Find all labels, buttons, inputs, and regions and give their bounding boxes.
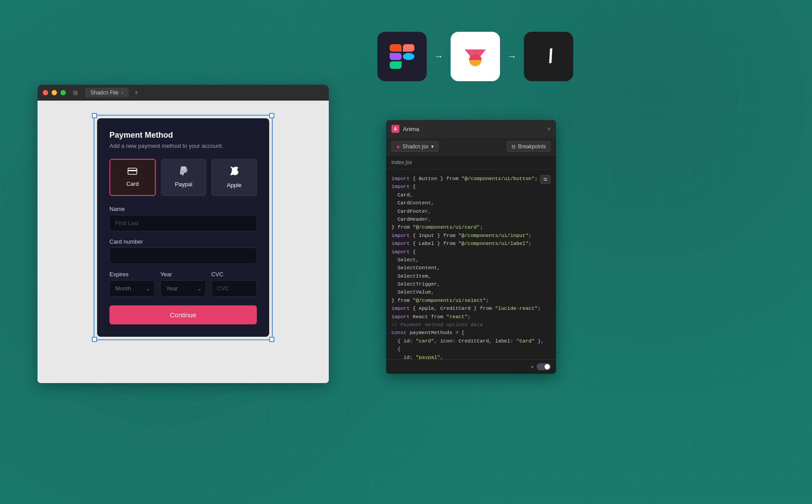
browser-close-dot[interactable] <box>43 90 48 95</box>
figma-dot-red <box>390 44 402 52</box>
code-container: import { Button } from "@/components/ui/… <box>391 175 551 359</box>
code-line: CardHeader, <box>391 215 551 223</box>
expires-col: Expires Month 010203 040506 070809 10111… <box>109 271 155 297</box>
folder-icon-box <box>451 32 500 81</box>
year-select[interactable]: Year 202420252026 202720282029 <box>160 280 206 297</box>
browser-content-area: Payment Method Add a new payment method … <box>38 101 329 383</box>
arrow-right-icon-1: → <box>434 51 444 62</box>
anima-code-area: ⧉ import { Button } from "@/components/u… <box>386 169 556 359</box>
card-label: Card <box>126 181 139 187</box>
code-line: { id: "card", icon: CreditCard, label: "… <box>391 337 551 345</box>
browser-tab-label: Shadcn File <box>90 90 118 96</box>
name-label: Name <box>109 206 257 212</box>
anima-source-icon: ◈ <box>396 144 400 150</box>
browser-maximize-dot[interactable] <box>60 90 66 95</box>
figma-dot-orange <box>403 44 415 52</box>
code-line: import { Input } from "@/components/ui/i… <box>391 232 551 240</box>
code-line: SelectTrigger, <box>391 280 551 288</box>
code-line: id: "paypal", <box>391 354 551 359</box>
figma-logo <box>390 44 414 69</box>
toggle-thumb <box>545 364 550 369</box>
year-select-wrapper: Year 202420252026 202720282029 <box>160 280 206 297</box>
code-line: SelectContent, <box>391 264 551 272</box>
toggle-button[interactable]: ✦ <box>530 363 551 370</box>
payment-card: Payment Method Add a new payment method … <box>97 118 269 337</box>
continue-button[interactable]: Continue <box>109 305 257 324</box>
code-line: import { <box>391 183 551 191</box>
toggle-track[interactable] <box>537 363 551 370</box>
figma-dot-purple <box>390 53 402 60</box>
code-line: CardFooter, <box>391 207 551 215</box>
code-line: import { Apple, CreditCard } from "lucid… <box>391 305 551 312</box>
anima-logo-slashes: // <box>533 41 564 72</box>
paypal-label: Paypal <box>175 181 192 188</box>
anima-titlebar: A Anima × <box>386 120 556 138</box>
card-number-label: Card number <box>109 238 257 245</box>
paypal-icon <box>179 166 188 177</box>
code-line: // Payment method options data <box>391 321 551 329</box>
card-number-input[interactable] <box>109 248 257 264</box>
selection-handle-bl[interactable] <box>92 337 97 342</box>
breakpoints-label: Breakpoints <box>518 143 546 150</box>
payment-method-paypal[interactable]: Paypal <box>161 159 207 196</box>
anima-toolbar: ◈ Shadcn jsx ▾ ⊟ Breakpoints <box>386 138 556 156</box>
copy-code-button[interactable]: ⧉ <box>540 175 551 184</box>
anima-source-label: Shadcn jsx <box>402 143 429 150</box>
code-line: SelectValue, <box>391 288 551 296</box>
anima-icon-box: // <box>524 32 573 81</box>
figma-dot-blue <box>403 53 415 60</box>
apple-label: Apple <box>227 182 241 188</box>
anima-close-button[interactable]: × <box>547 125 551 132</box>
year-label: Year <box>160 271 206 278</box>
expires-label: Expires <box>109 271 155 278</box>
arrow-right-icon-2: → <box>507 51 517 62</box>
browser-minimize-dot[interactable] <box>52 90 57 95</box>
card-number-form-group: Card number <box>109 238 257 264</box>
sparkle-icon: ✦ <box>530 365 534 369</box>
breakpoints-icon: ⊟ <box>511 144 515 150</box>
payment-method-card[interactable]: Card <box>109 159 156 196</box>
month-select-wrapper: Month 010203 040506 070809 101112 <box>109 280 155 297</box>
code-line: import { Button } from "@/components/ui/… <box>391 175 551 183</box>
code-line: import React from "react"; <box>391 313 551 321</box>
anima-panel: A Anima × ◈ Shadcn jsx ▾ ⊟ Breakpoints i… <box>386 120 556 374</box>
payment-subtitle: Add a new payment method to your account… <box>109 143 257 149</box>
anima-title-left: A Anima <box>391 125 419 133</box>
cvc-input[interactable] <box>211 280 257 297</box>
payment-methods-row: Card Paypal <box>109 159 257 196</box>
browser-tab-shadcn[interactable]: Shadcn File × <box>85 88 129 98</box>
browser-new-tab-button[interactable]: + <box>134 89 138 97</box>
anima-source-selector[interactable]: ◈ Shadcn jsx ▾ <box>391 141 439 152</box>
year-col: Year Year 202420252026 202720282029 <box>160 271 206 297</box>
month-select[interactable]: Month 010203 040506 070809 101112 <box>109 280 155 297</box>
browser-titlebar: ⊞ Shadcn File × + <box>38 85 329 101</box>
anima-source-arrow: ▾ <box>431 143 434 150</box>
payment-method-apple[interactable]: Apple <box>211 159 257 196</box>
name-input[interactable] <box>109 215 257 231</box>
cvc-col: CVC <box>211 271 257 297</box>
cvc-label: CVC <box>211 271 257 278</box>
card-icon <box>128 167 137 177</box>
code-line: Select, <box>391 256 551 264</box>
browser-tab-close-icon[interactable]: × <box>121 90 124 95</box>
code-line: import { Label } from "@/components/ui/l… <box>391 240 551 248</box>
anima-breakpoints-button[interactable]: ⊟ Breakpoints <box>507 141 551 152</box>
apple-icon <box>230 166 238 178</box>
svg-rect-9 <box>128 170 137 171</box>
selection-handle-br[interactable] <box>269 337 274 342</box>
selection-handle-tr[interactable] <box>269 113 274 118</box>
figma-icon-box <box>377 32 427 81</box>
code-line: import { <box>391 248 551 256</box>
payment-title: Payment Method <box>109 131 257 140</box>
svg-point-5 <box>596 287 812 504</box>
anima-footer: ✦ <box>386 359 556 374</box>
code-line: } from "@/components/ui/select"; <box>391 297 551 305</box>
browser-window: ⊞ Shadcn File × + Payment Method Add a n… <box>38 85 329 383</box>
expires-row: Expires Month 010203 040506 070809 10111… <box>109 271 257 297</box>
code-line: { <box>391 345 551 353</box>
figma-dot-green <box>390 61 402 69</box>
payment-card-wrapper: Payment Method Add a new payment method … <box>97 118 269 337</box>
selection-handle-tl[interactable] <box>92 113 97 118</box>
name-form-group: Name <box>109 206 257 231</box>
folder-logo <box>459 41 491 72</box>
